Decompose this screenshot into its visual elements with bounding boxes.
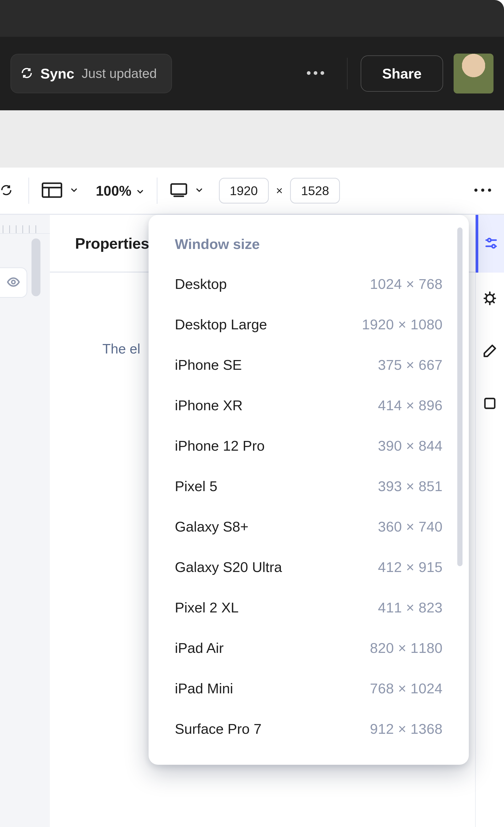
chevron-down-icon <box>195 186 203 195</box>
window-size-option-name: Galaxy S8+ <box>175 519 249 535</box>
svg-rect-3 <box>43 183 61 197</box>
toolbar-separator <box>28 178 29 204</box>
window-size-option-name: Desktop <box>175 276 227 292</box>
user-avatar[interactable] <box>454 54 494 94</box>
window-size-option-name: Surface Pro 7 <box>175 721 261 737</box>
window-size-option[interactable]: Desktop1024 × 768 <box>149 264 469 304</box>
window-size-option-dims: 412 × 915 <box>378 559 443 575</box>
share-button[interactable]: Share <box>361 55 443 92</box>
window-size-option-dims: 1024 × 768 <box>370 276 443 292</box>
window-size-option-dims: 820 × 1180 <box>370 640 443 656</box>
svg-point-9 <box>481 189 484 192</box>
window-size-option-dims: 414 × 896 <box>378 397 443 414</box>
toolbar-separator <box>157 178 157 204</box>
window-size-option-name: Desktop Large <box>175 316 267 333</box>
svg-rect-6 <box>171 184 186 194</box>
window-size-option-name: Galaxy S20 Ultra <box>175 559 282 575</box>
svg-point-13 <box>488 238 491 242</box>
layout-selector[interactable] <box>42 182 78 199</box>
properties-title: Properties <box>75 235 149 252</box>
window-size-option-name: Pixel 5 <box>175 478 217 494</box>
gutter-scrollbar-thumb[interactable] <box>32 238 40 296</box>
window-size-option[interactable]: iPad Mini768 × 1024 <box>149 668 469 709</box>
editor-toolbar: 100% × <box>0 167 504 215</box>
window-size-option[interactable]: iPhone XR414 × 896 <box>149 385 469 426</box>
sliders-icon <box>484 236 499 252</box>
window-size-dropdown: Window size Desktop1024 × 768Desktop Lar… <box>149 215 469 765</box>
dropdown-scrollbar-thumb[interactable] <box>457 228 462 566</box>
refresh-button[interactable] <box>0 184 16 197</box>
refresh-icon <box>0 184 13 197</box>
window-size-option[interactable]: Galaxy S20 Ultra412 × 915 <box>149 547 469 587</box>
macos-titlebar <box>0 0 504 37</box>
rail-tab-styles[interactable] <box>476 215 504 273</box>
window-size-option-dims: 393 × 851 <box>378 478 443 494</box>
properties-placeholder: The el <box>102 341 141 356</box>
svg-point-2 <box>320 71 324 75</box>
window-size-option-name: iPhone SE <box>175 357 242 373</box>
chevron-down-icon <box>70 186 78 195</box>
device-selector[interactable] <box>170 183 203 199</box>
sync-label: Sync <box>40 65 74 82</box>
window-size-option[interactable]: Desktop Large1920 × 1080 <box>149 304 469 345</box>
window-size-option-dims: 912 × 1368 <box>370 721 443 737</box>
window-size-option-dims: 360 × 740 <box>378 519 443 535</box>
window-size-option-dims: 390 × 844 <box>378 438 443 454</box>
more-horizontal-icon <box>306 70 325 77</box>
window-size-option[interactable]: Pixel 2 XL411 × 823 <box>149 587 469 628</box>
window-size-option[interactable]: Galaxy S8+360 × 740 <box>149 506 469 547</box>
window-size-option[interactable]: Pixel 5393 × 851 <box>149 466 469 506</box>
svg-rect-17 <box>485 398 495 408</box>
rail-tab-layout[interactable] <box>476 378 504 430</box>
viewport-dimensions: × <box>219 178 340 203</box>
topbar-more-button[interactable] <box>300 58 331 89</box>
window-size-option-name: Pixel 2 XL <box>175 599 239 616</box>
svg-point-0 <box>307 71 310 75</box>
svg-point-11 <box>11 281 15 284</box>
share-label: Share <box>382 66 421 82</box>
bug-icon <box>483 291 497 307</box>
square-icon <box>483 396 497 412</box>
window-size-option-dims: 411 × 823 <box>378 599 443 616</box>
main-area: Properties The el <box>0 215 504 827</box>
right-tool-rail <box>475 215 504 827</box>
chevron-down-icon <box>136 183 144 199</box>
window-size-option[interactable]: iPad Air820 × 1180 <box>149 628 469 668</box>
toolbar-more-button[interactable] <box>474 188 491 193</box>
window-size-option-name: iPad Air <box>175 640 224 656</box>
window-size-option-name: iPhone XR <box>175 397 243 414</box>
window-size-option[interactable]: Surface Pro 7912 × 1368 <box>149 709 469 749</box>
pen-icon <box>483 343 497 359</box>
rail-tab-edit[interactable] <box>476 325 504 378</box>
zoom-value: 100% <box>96 183 132 199</box>
monitor-icon <box>170 183 188 199</box>
window-size-option-name: iPad Mini <box>175 680 233 696</box>
sync-icon <box>20 67 33 80</box>
sync-button[interactable]: Sync Just updated <box>10 54 172 93</box>
window-size-option-dims: 768 × 1024 <box>370 680 443 696</box>
window-size-option-dims: 375 × 667 <box>378 357 443 373</box>
svg-point-8 <box>474 189 477 192</box>
more-horizontal-icon <box>474 188 491 193</box>
sync-status: Just updated <box>82 66 157 81</box>
window-size-option[interactable]: iPhone SE375 × 667 <box>149 345 469 385</box>
dropdown-header: Window size <box>149 236 469 264</box>
window-size-option-dims: 1920 × 1080 <box>362 316 443 333</box>
app-topbar: Sync Just updated Share <box>0 37 504 110</box>
layout-icon <box>42 182 62 199</box>
viewport-width-input[interactable] <box>219 178 269 203</box>
eye-icon <box>7 275 20 290</box>
svg-point-10 <box>488 189 491 192</box>
dimensions-separator: × <box>276 184 283 197</box>
viewport-height-input[interactable] <box>290 178 340 203</box>
rail-tab-inspect[interactable] <box>476 273 504 325</box>
preview-toggle[interactable] <box>0 267 27 298</box>
zoom-selector[interactable]: 100% <box>96 183 144 199</box>
window-size-option-name: iPhone 12 Pro <box>175 438 265 454</box>
sub-header-strip <box>0 110 504 167</box>
svg-point-1 <box>314 71 317 75</box>
window-size-option[interactable]: iPhone 12 Pro390 × 844 <box>149 426 469 466</box>
svg-point-15 <box>492 245 495 248</box>
topbar-separator <box>347 58 348 89</box>
